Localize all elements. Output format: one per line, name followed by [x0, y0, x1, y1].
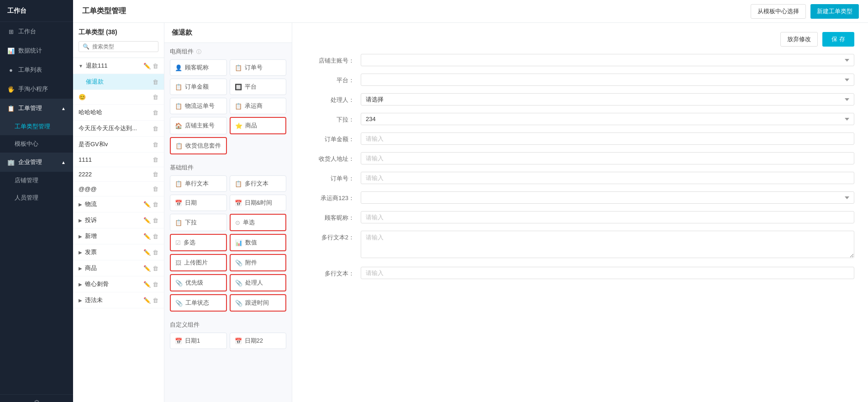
- priority-icon: 📎: [175, 280, 183, 286]
- sidebar-sub-item-template-center[interactable]: 模板中心: [0, 135, 73, 153]
- sidebar-collapse-btn[interactable]: 《: [0, 394, 73, 402]
- delete-icon[interactable]: 🗑: [153, 171, 158, 178]
- delete-icon[interactable]: 🗑: [153, 125, 158, 132]
- component-item-goods[interactable]: ⭐ 商品: [230, 117, 287, 134]
- delete-icon[interactable]: 🗑: [153, 109, 158, 116]
- list-item[interactable]: 2222 🗑: [73, 167, 164, 182]
- component-item-date22[interactable]: 📅 日期22: [230, 333, 287, 349]
- list-item[interactable]: 今天压今天压今达到... 🗑: [73, 121, 164, 137]
- component-item-single-text[interactable]: 📋 单行文本: [170, 175, 227, 192]
- component-item-dropdown[interactable]: 📋 下拉: [170, 214, 227, 231]
- component-item-ticket-status[interactable]: 📎 工单状态: [170, 294, 227, 312]
- sidebar-item-miniprogram[interactable]: 🖐 手淘小程序: [0, 79, 73, 99]
- component-item-delivery-info[interactable]: 📋 收货信息套件: [170, 137, 227, 154]
- basic-grid: 📋 单行文本 📋 多行文本 📅 日期 📅 日期&时间: [170, 175, 286, 312]
- edit-icon[interactable]: ✏️: [143, 233, 151, 240]
- delivery-addr-input[interactable]: [361, 152, 854, 164]
- sidebar-item-ticket-mgmt[interactable]: 📋 工单管理 ▲: [0, 99, 73, 118]
- sidebar-sub-item-staff-mgmt[interactable]: 人员管理: [0, 189, 73, 206]
- sidebar-item-workbench[interactable]: ⊞ 工作台: [0, 22, 73, 41]
- list-item[interactable]: ▶ 新增 ✏️ 🗑: [73, 228, 164, 244]
- component-item-datetime[interactable]: 📅 日期&时间: [230, 195, 287, 211]
- edit-icon[interactable]: ✏️: [143, 201, 151, 208]
- delete-icon[interactable]: 🗑: [153, 94, 158, 100]
- store-account-select[interactable]: [361, 54, 854, 66]
- item-actions: 🗑: [153, 109, 158, 116]
- multi-text2-textarea[interactable]: [361, 231, 854, 258]
- delete-icon[interactable]: 🗑: [153, 217, 158, 224]
- delete-icon[interactable]: 🗑: [153, 141, 158, 148]
- save-button[interactable]: 保 存: [822, 32, 854, 47]
- component-item-track-time[interactable]: 📎 跟进时间: [230, 294, 287, 312]
- order-amount-input[interactable]: [361, 132, 854, 145]
- component-item-checkbox[interactable]: ☑ 多选: [170, 234, 227, 251]
- component-item-number[interactable]: 📊 数值: [230, 234, 287, 251]
- component-item-upload-img[interactable]: 🖼 上传图片: [170, 254, 227, 271]
- list-item[interactable]: @@@ 🗑: [73, 182, 164, 196]
- list-item[interactable]: ▶ 违法未 ✏️ 🗑: [73, 292, 164, 308]
- sidebar-logo: 工作台: [0, 0, 73, 22]
- platform-select[interactable]: [361, 74, 854, 86]
- form-row-carrier: 承运商123：: [306, 191, 854, 204]
- component-item-customer-nick[interactable]: 👤 顾客昵称: [170, 59, 227, 76]
- component-item-logistics-no[interactable]: 📋 物流运单号: [170, 98, 227, 114]
- sidebar-item-data-stats[interactable]: 📊 数据统计: [0, 41, 73, 60]
- handler-select[interactable]: 请选择: [361, 93, 854, 106]
- delete-icon[interactable]: 🗑: [153, 249, 158, 256]
- sidebar-sub-item-ticket-type-mgmt[interactable]: 工单类型管理: [0, 118, 73, 135]
- sidebar-item-ticket-list[interactable]: ● 工单列表: [0, 60, 73, 79]
- sidebar-item-enterprise[interactable]: 🏢 企业管理 ▲: [0, 153, 73, 172]
- search-input[interactable]: [92, 43, 154, 50]
- list-item[interactable]: 😊 🗑: [73, 90, 164, 105]
- discard-button[interactable]: 放弃修改: [780, 32, 818, 47]
- component-item-multi-text[interactable]: 📋 多行文本: [230, 175, 287, 192]
- component-item-priority[interactable]: 📎 优先级: [170, 274, 227, 291]
- list-item[interactable]: ▶ 物流 ✏️ 🗑: [73, 196, 164, 212]
- component-item-carrier[interactable]: 📋 承运商: [230, 98, 287, 114]
- edit-icon[interactable]: ✏️: [143, 217, 151, 224]
- delete-icon[interactable]: 🗑: [153, 79, 158, 85]
- carrier-select[interactable]: [361, 191, 854, 204]
- delete-icon[interactable]: 🗑: [153, 185, 158, 192]
- new-ticket-type-button[interactable]: 新建工单类型: [810, 4, 859, 19]
- list-item[interactable]: ▶ 锥心刺骨 ✏️ 🗑: [73, 276, 164, 292]
- list-item[interactable]: 哈哈哈哈 🗑: [73, 105, 164, 121]
- list-item[interactable]: ▼ 退款111 ✏️ 🗑: [73, 58, 164, 74]
- component-item-date1[interactable]: 📅 日期1: [170, 333, 227, 349]
- delete-icon[interactable]: 🗑: [153, 233, 158, 240]
- list-item[interactable]: ▶ 发票 ✏️ 🗑: [73, 244, 164, 260]
- component-item-store-account[interactable]: 🏠 店铺主账号: [170, 117, 227, 134]
- list-item[interactable]: 是否GV和v 🗑: [73, 137, 164, 153]
- order-no-input[interactable]: [361, 172, 854, 184]
- list-item[interactable]: ▶ 投诉 ✏️ 🗑: [73, 212, 164, 228]
- delete-icon[interactable]: 🗑: [153, 265, 158, 272]
- delete-icon[interactable]: 🗑: [153, 156, 158, 163]
- edit-icon[interactable]: ✏️: [143, 249, 151, 256]
- component-item-order-amount[interactable]: 📋 订单金额: [170, 79, 227, 95]
- component-item-attachment[interactable]: 📎 附件: [230, 254, 287, 271]
- customer-nick-input[interactable]: [361, 211, 854, 223]
- template-center-button[interactable]: 从模板中心选择: [751, 4, 806, 19]
- list-item[interactable]: 1111 🗑: [73, 153, 164, 167]
- list-item[interactable]: ▶ 商品 ✏️ 🗑: [73, 260, 164, 276]
- multi-text-input[interactable]: [361, 267, 854, 279]
- dropdown-select[interactable]: 234: [361, 113, 854, 125]
- component-item-radio[interactable]: ⊙ 单选: [230, 214, 287, 231]
- component-item-date[interactable]: 📅 日期: [170, 195, 227, 211]
- delete-icon[interactable]: 🗑: [153, 297, 158, 304]
- component-item-platform[interactable]: 🔲 平台: [230, 79, 287, 95]
- main-header: 工单类型管理 从模板中心选择 新建工单类型: [73, 0, 868, 23]
- edit-icon[interactable]: ✏️: [143, 265, 151, 272]
- edit-icon[interactable]: ✏️: [143, 281, 151, 288]
- delete-icon[interactable]: 🗑: [153, 63, 158, 69]
- edit-icon[interactable]: ✏️: [143, 297, 151, 304]
- delete-icon[interactable]: 🗑: [153, 281, 158, 288]
- component-item-order-no[interactable]: 📋 订单号: [230, 59, 287, 76]
- delete-icon[interactable]: 🗑: [153, 201, 158, 208]
- edit-icon[interactable]: ✏️: [143, 63, 151, 69]
- item-actions: 🗑: [153, 125, 158, 132]
- component-item-handler[interactable]: 📎 处理人: [230, 274, 287, 291]
- list-item[interactable]: 催退款 🗑: [73, 74, 164, 90]
- multi-text-field: [361, 267, 854, 279]
- sidebar-sub-item-store-mgmt[interactable]: 店铺管理: [0, 172, 73, 189]
